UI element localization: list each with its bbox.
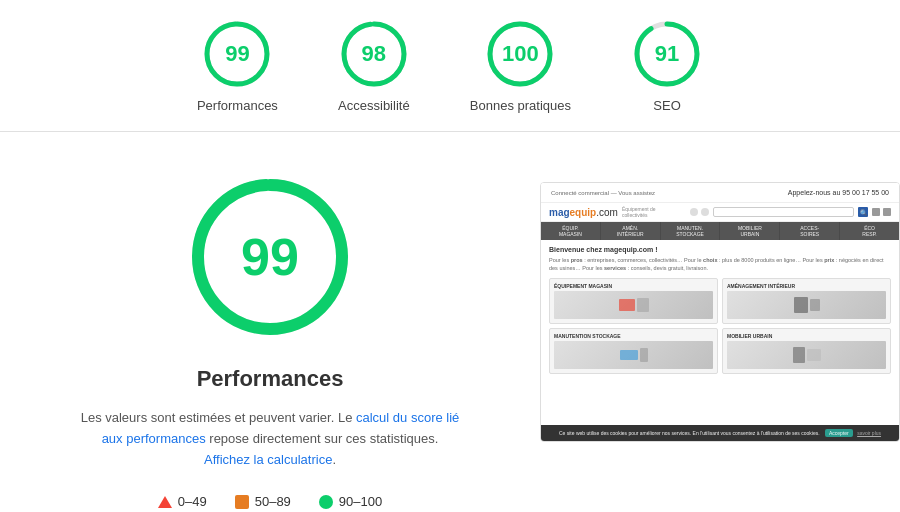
big-circle-performances: 99 xyxy=(185,172,355,342)
right-panel: Connecté commercial — Vous assistez Appe… xyxy=(540,172,900,442)
top-scores-bar: 99 Performances 98 Accessibilité 100 Bon… xyxy=(0,0,900,132)
mock-card-1: ÉQUIPEMENT MAGASIN xyxy=(549,278,718,324)
score-label-performances: Performances xyxy=(197,98,278,113)
mock-card-title-2: AMÉNAGEMENT INTÉRIEUR xyxy=(727,283,886,289)
mock-card-img-4 xyxy=(727,341,886,369)
mock-card-title-3: MANUTENTION STOCKAGE xyxy=(554,333,713,339)
legend-item-good: 90–100 xyxy=(319,494,382,509)
circle-icon xyxy=(319,495,333,509)
mock-product-grid: ÉQUIPEMENT MAGASIN AMÉNAGEMENT INTÉRIEUR xyxy=(549,278,891,374)
score-value-seo: 91 xyxy=(655,41,679,67)
mock-phone: Appelez-nous au 95 00 17 55 00 xyxy=(788,189,889,196)
mock-welcome-text: Bienvenue chez magequip.com ! xyxy=(549,246,891,253)
mock-card-img-2 xyxy=(727,291,886,319)
score-item-bonnes-pratiques: 100 Bonnes pratiques xyxy=(470,18,571,113)
legend-range-good: 90–100 xyxy=(339,494,382,509)
score-item-performances: 99 Performances xyxy=(197,18,278,113)
score-label-seo: SEO xyxy=(653,98,680,113)
mock-nav-accessoires: ACCES-SOIRES xyxy=(780,222,839,240)
score-label-bonnes-pratiques: Bonnes pratiques xyxy=(470,98,571,113)
mock-card-img-1 xyxy=(554,291,713,319)
calculator-link[interactable]: Affichez la calculatrice xyxy=(204,452,332,467)
mock-card-2: AMÉNAGEMENT INTÉRIEUR xyxy=(722,278,891,324)
mock-site-body: Bienvenue chez magequip.com ! Pour les p… xyxy=(541,240,899,425)
main-content: 99 Performances Les valeurs sont estimée… xyxy=(0,132,900,512)
mock-card-4: MOBILIER URBAIN xyxy=(722,328,891,374)
mock-website: Connecté commercial — Vous assistez Appe… xyxy=(541,183,899,441)
mock-site-header: Connecté commercial — Vous assistez Appe… xyxy=(541,183,899,203)
legend-range-medium: 50–89 xyxy=(255,494,291,509)
mock-cart-icon xyxy=(872,208,880,216)
site-screenshot: Connecté commercial — Vous assistez Appe… xyxy=(540,182,900,442)
square-icon xyxy=(235,495,249,509)
circle-accessibilite: 98 xyxy=(338,18,410,90)
score-item-accessibilite: 98 Accessibilité xyxy=(338,18,410,113)
score-value-bonnes-pratiques: 100 xyxy=(502,41,539,67)
circle-bonnes-pratiques: 100 xyxy=(484,18,556,90)
mock-cookie-accept-btn: Accepter xyxy=(825,429,853,437)
left-panel: 99 Performances Les valeurs sont estimée… xyxy=(60,172,480,509)
mock-search-input xyxy=(713,207,854,217)
legend: 0–49 50–89 90–100 xyxy=(158,494,382,509)
mock-card-title-4: MOBILIER URBAIN xyxy=(727,333,886,339)
score-label-accessibilite: Accessibilité xyxy=(338,98,410,113)
score-item-seo: 91 SEO xyxy=(631,18,703,113)
mock-logo: magequip.com xyxy=(549,207,618,218)
mock-logo-search: magequip.com Équipement de collectivités… xyxy=(541,203,899,222)
mock-user-icon xyxy=(883,208,891,216)
perf-description: Les valeurs sont estimées et peuvent var… xyxy=(80,408,460,470)
score-value-performances: 99 xyxy=(225,41,249,67)
mock-nav-manutention: MANUTEN.STOCKAGE xyxy=(661,222,720,240)
mock-cart-icons xyxy=(872,208,891,216)
score-link[interactable]: calcul du score lié aux performances xyxy=(102,410,460,446)
mock-card-3: MANUTENTION STOCKAGE xyxy=(549,328,718,374)
mock-card-img-3 xyxy=(554,341,713,369)
circle-seo: 91 xyxy=(631,18,703,90)
mock-nav-eco: ÉCORESP. xyxy=(840,222,899,240)
mock-nav: ÉQUIP.MAGASIN AMÉN.INTÉRIEUR MANUTEN.STO… xyxy=(541,222,899,240)
circle-performances: 99 xyxy=(201,18,273,90)
legend-item-bad: 0–49 xyxy=(158,494,207,509)
mock-card-title-1: ÉQUIPEMENT MAGASIN xyxy=(554,283,713,289)
legend-item-medium: 50–89 xyxy=(235,494,291,509)
legend-range-bad: 0–49 xyxy=(178,494,207,509)
mock-description-text: Pour les pros : entreprises, commerces, … xyxy=(549,257,891,272)
mock-nav-amenagement: AMÉN.INTÉRIEUR xyxy=(601,222,660,240)
mock-cookie-bar: Ce site web utilise des cookies pour amé… xyxy=(541,425,899,441)
mock-nav-mobilier: MOBILIERURBAIN xyxy=(720,222,779,240)
mock-nav-equip: ÉQUIP.MAGASIN xyxy=(541,222,600,240)
big-score-value: 99 xyxy=(241,227,299,287)
triangle-icon xyxy=(158,496,172,508)
perf-title: Performances xyxy=(197,366,344,392)
score-value-accessibilite: 98 xyxy=(362,41,386,67)
